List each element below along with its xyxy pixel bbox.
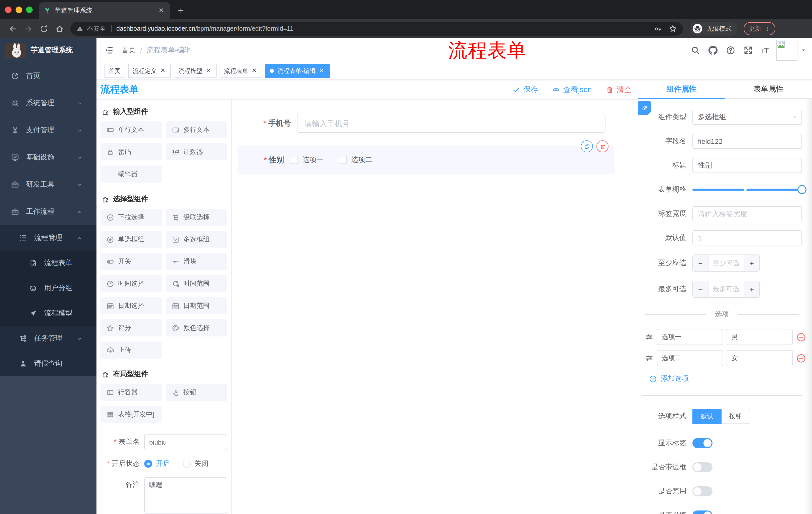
- default-value-input[interactable]: [692, 231, 802, 245]
- phone-input[interactable]: [297, 114, 606, 133]
- checkbox[interactable]: [290, 156, 298, 164]
- back-icon[interactable]: [8, 24, 17, 33]
- save-button[interactable]: 保存: [513, 85, 539, 94]
- sidebar-item-process-mgmt[interactable]: 流程管理: [0, 225, 96, 250]
- toggle-switch[interactable]: [692, 486, 713, 496]
- tag-process-form-edit[interactable]: 流程表单-编辑 ✕: [265, 64, 330, 78]
- browser-menu-icon[interactable]: [765, 26, 770, 31]
- reload-icon[interactable]: [40, 24, 48, 33]
- status-off-radio[interactable]: 关闭: [183, 459, 208, 468]
- label-width-input[interactable]: [692, 206, 802, 221]
- comp-password[interactable]: 密码: [100, 143, 162, 160]
- maximize-window-button[interactable]: [26, 6, 33, 13]
- sidebar-fold-icon[interactable]: [105, 46, 114, 55]
- stepper-minus-button[interactable]: −: [693, 281, 708, 297]
- sidebar-item-leave-query[interactable]: 请假查询: [0, 351, 96, 376]
- remark-textarea[interactable]: [144, 477, 227, 514]
- sidebar-item-workflow[interactable]: 工作流程: [0, 198, 96, 225]
- comp-date-range[interactable]: 日期范围: [166, 297, 227, 314]
- forward-icon[interactable]: [24, 24, 33, 33]
- add-option-button[interactable]: 添加选项: [649, 374, 802, 383]
- browser-update-button[interactable]: 更新: [744, 22, 775, 35]
- sidebar-item-system[interactable]: 系统管理: [0, 89, 96, 117]
- checkbox[interactable]: [339, 156, 347, 164]
- comp-color-picker[interactable]: 颜色选择: [166, 319, 227, 336]
- comp-button[interactable]: 按钮: [166, 384, 227, 401]
- remove-option-icon[interactable]: [796, 332, 806, 342]
- option-value-input[interactable]: [727, 329, 793, 345]
- drag-handle-icon[interactable]: [645, 333, 653, 341]
- status-on-radio[interactable]: 开启: [144, 459, 170, 468]
- gender-option-1[interactable]: 选项一: [290, 155, 324, 164]
- stepper-plus-button[interactable]: +: [744, 281, 759, 297]
- breadcrumb-home[interactable]: 首页: [122, 46, 136, 55]
- comp-multi-text[interactable]: 多行文本: [166, 121, 227, 138]
- comp-table[interactable]: 表格[开发中]: [100, 406, 162, 423]
- tag-process-model[interactable]: 流程模型 ✕: [174, 64, 216, 78]
- tab-close-icon[interactable]: ✕: [157, 6, 165, 15]
- comp-checkbox-group[interactable]: 多选框组: [166, 231, 227, 248]
- font-size-icon[interactable]: TT: [761, 47, 769, 54]
- style-button[interactable]: 按钮: [722, 409, 750, 424]
- form-grid-slider[interactable]: [692, 182, 802, 197]
- stepper-minus-button[interactable]: −: [693, 255, 708, 271]
- tab-component-props[interactable]: 组件属性: [638, 80, 725, 99]
- tag-process-def[interactable]: 流程定义 ✕: [128, 64, 171, 78]
- sidebar-item-task-mgmt[interactable]: 任务管理: [0, 326, 96, 351]
- option-label-input[interactable]: [657, 350, 723, 366]
- component-type-select[interactable]: [692, 110, 802, 125]
- help-icon[interactable]: [726, 46, 735, 55]
- field-name-input[interactable]: [692, 134, 802, 149]
- tag-close-icon[interactable]: ✕: [205, 67, 212, 75]
- comp-select[interactable]: 下拉选择: [100, 209, 162, 226]
- sidebar-item-home[interactable]: 首页: [0, 62, 96, 89]
- home-icon[interactable]: [55, 24, 64, 33]
- sidebar-item-process-form[interactable]: 流程表单: [0, 250, 96, 276]
- form-canvas[interactable]: 手机号 性别: [232, 100, 638, 514]
- style-default[interactable]: 默认: [692, 409, 722, 424]
- comp-editor[interactable]: 编辑器: [100, 165, 162, 183]
- comp-cascader[interactable]: 级联选择: [166, 209, 227, 226]
- view-json-button[interactable]: 查看json: [552, 85, 592, 94]
- comp-switch[interactable]: 开关: [100, 253, 162, 270]
- address-bar[interactable]: 不安全 dashboard.yudao.iocoder.cn/bpm/manag…: [70, 22, 683, 36]
- avatar[interactable]: [776, 40, 798, 61]
- toggle-switch[interactable]: [692, 462, 713, 472]
- sidebar-logo[interactable]: 芋道管理系统: [0, 38, 96, 62]
- comp-single-text[interactable]: 单行文本: [100, 121, 162, 138]
- option-value-input[interactable]: [727, 350, 793, 366]
- toggle-switch[interactable]: [692, 511, 713, 514]
- minimize-window-button[interactable]: [16, 6, 22, 13]
- close-window-button[interactable]: [5, 6, 11, 13]
- sidebar-item-infra[interactable]: 基础设施: [0, 144, 96, 171]
- gender-field-block[interactable]: 性别 选项一 选项二: [238, 146, 614, 174]
- link-tab[interactable]: [638, 101, 651, 115]
- option-label-input[interactable]: [657, 329, 723, 345]
- sidebar-item-devtools[interactable]: 研发工具: [0, 171, 96, 198]
- toggle-switch[interactable]: [692, 438, 713, 448]
- slider-handle[interactable]: [798, 185, 807, 194]
- github-icon[interactable]: [709, 46, 718, 55]
- stepper-plus-button[interactable]: +: [744, 255, 759, 271]
- user-menu-caret-icon[interactable]: [801, 48, 806, 53]
- comp-counter[interactable]: 123 计数器: [166, 143, 227, 160]
- tag-home[interactable]: 首页: [104, 64, 125, 78]
- comp-slider[interactable]: 滑块: [166, 253, 227, 270]
- comp-rate[interactable]: 评分: [100, 319, 162, 336]
- sidebar-item-process-model[interactable]: 流程模型: [0, 301, 96, 326]
- comp-radio-group[interactable]: 单选框组: [100, 231, 162, 248]
- browser-tab[interactable]: 芋道管理系统 ✕: [39, 2, 170, 19]
- comp-time-picker[interactable]: 时间选择: [100, 275, 162, 292]
- sidebar-item-user-group[interactable]: 用户分组: [0, 276, 96, 301]
- sidebar-item-payment[interactable]: 支付管理: [0, 117, 96, 144]
- key-icon[interactable]: [654, 25, 662, 32]
- tag-close-icon[interactable]: ✕: [318, 67, 325, 75]
- drag-handle-icon[interactable]: [645, 354, 653, 362]
- tab-form-props[interactable]: 表单属性: [725, 80, 812, 99]
- remove-option-icon[interactable]: [796, 353, 806, 363]
- comp-row-container[interactable]: 行容器: [100, 384, 162, 401]
- delete-component-button[interactable]: [597, 140, 609, 153]
- comp-upload[interactable]: 上传: [100, 342, 162, 359]
- new-tab-button[interactable]: [174, 4, 187, 17]
- tag-close-icon[interactable]: ✕: [251, 67, 258, 75]
